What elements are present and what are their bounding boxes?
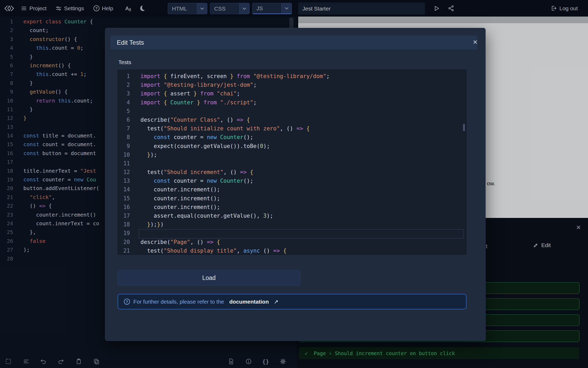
line-number: 19 bbox=[118, 229, 130, 238]
line-number: 18 bbox=[118, 220, 130, 229]
line-number: 6 bbox=[118, 116, 130, 124]
edit-tests-modal: Edit Tests × Tests 1import { fireEvent, … bbox=[105, 28, 486, 341]
code-line: 1import { fireEvent, screen } from "@tes… bbox=[118, 72, 466, 81]
current-line-highlight bbox=[139, 229, 464, 238]
line-number: 12 bbox=[118, 168, 130, 177]
modal-header: Edit Tests bbox=[111, 35, 477, 49]
line-number: 7 bbox=[118, 124, 130, 133]
code-line: 21 test("Should display title", async ()… bbox=[118, 247, 466, 255]
line-number: 21 bbox=[118, 247, 130, 255]
line-number: 15 bbox=[118, 194, 130, 203]
line-number: 8 bbox=[118, 133, 130, 142]
code-line: 18 });}) bbox=[118, 220, 466, 229]
line-number: 9 bbox=[118, 142, 130, 151]
tests-section-label: Tests bbox=[118, 59, 131, 65]
code-line: 5 bbox=[118, 107, 466, 116]
line-number: 20 bbox=[118, 238, 130, 247]
code-line: 10 }); bbox=[118, 151, 466, 159]
code-line: 14 counter.increment(); bbox=[118, 185, 466, 194]
code-line: 6describe("Counter Class", () => { bbox=[118, 116, 466, 124]
line-number: 2 bbox=[118, 81, 130, 89]
code-line: 9 expect(counter.getValue()).toBe(0); bbox=[118, 142, 466, 151]
code-line: 17 assert.equal(counter.getValue(), 3); bbox=[118, 212, 466, 220]
tests-code-lines: 1import { fireEvent, screen } from "@tes… bbox=[118, 70, 466, 255]
line-number: 13 bbox=[118, 177, 130, 185]
modal-close-icon[interactable]: × bbox=[473, 38, 477, 46]
line-number: 4 bbox=[118, 98, 130, 107]
banner-text: For further details, please refer to the bbox=[133, 299, 224, 305]
line-number: 5 bbox=[118, 107, 130, 116]
code-line: 7 test("Should initialize count with zer… bbox=[118, 124, 466, 133]
documentation-link[interactable]: documentation bbox=[229, 299, 269, 305]
line-number: 1 bbox=[118, 72, 130, 81]
line-number: 11 bbox=[118, 159, 130, 168]
code-line: 20describe("Page", () => { bbox=[118, 238, 466, 247]
code-line: 16 counter.increment(); bbox=[118, 203, 466, 212]
code-line: 15 counter.increment(); bbox=[118, 194, 466, 203]
line-number: 17 bbox=[118, 212, 130, 220]
tests-editor-scrollbar[interactable] bbox=[463, 124, 465, 131]
documentation-banner: ? For further details, please refer to t… bbox=[118, 294, 466, 309]
code-line: 13 const counter = new Counter(); bbox=[118, 177, 466, 185]
external-link-arrow-icon: ↗ bbox=[274, 299, 279, 305]
load-button[interactable]: Load bbox=[118, 270, 300, 286]
code-line: 3import { assert } from "chai"; bbox=[118, 89, 466, 98]
line-number: 3 bbox=[118, 89, 130, 98]
code-line: 2import "@testing-library/jest-dom"; bbox=[118, 81, 466, 89]
code-line: 11 bbox=[118, 159, 466, 168]
line-number: 16 bbox=[118, 203, 130, 212]
tests-code-editor[interactable]: 1import { fireEvent, screen } from "@tes… bbox=[118, 70, 466, 255]
line-number: 14 bbox=[118, 185, 130, 194]
code-line: 12 test("Should increment", () => { bbox=[118, 168, 466, 177]
modal-title: Edit Tests bbox=[111, 39, 144, 46]
code-line: 8 const counter = new Counter(); bbox=[118, 133, 466, 142]
info-circle-icon: ? bbox=[124, 299, 130, 305]
app-root: Project Settings ? Help Aa HTML bbox=[0, 0, 588, 368]
line-number: 10 bbox=[118, 151, 130, 159]
load-button-label: Load bbox=[202, 274, 216, 282]
code-line: 4import { Counter } from "./script"; bbox=[118, 98, 466, 107]
